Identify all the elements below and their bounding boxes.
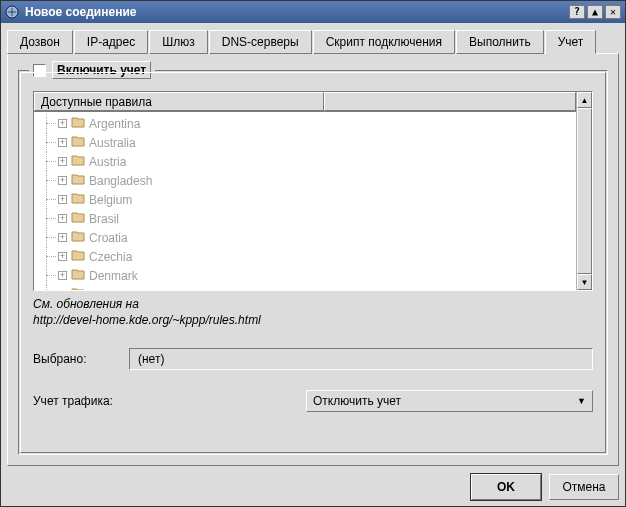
tab-page-accounting: Включить учет Доступные правила +Argenti… [7,53,619,466]
help-button[interactable]: ? [569,5,585,19]
tree-item[interactable]: +Belgium [40,190,576,209]
window-title: Новое соединение [25,5,567,19]
tree-item[interactable]: +Denmark [40,266,576,285]
folder-icon [71,135,85,150]
tree-item[interactable]: +Austria [40,152,576,171]
selected-label: Выбрано: [33,352,129,366]
folder-icon [71,211,85,226]
tab-dns[interactable]: DNS-серверы [209,30,312,54]
scroll-up-button[interactable]: ▲ [577,92,592,108]
selected-row: Выбрано: (нет) [33,348,593,370]
folder-icon [71,173,85,188]
dialog-window: Новое соединение ? ▲ ✕ Дозвон IP-адрес Ш… [0,0,626,507]
tree-item[interactable]: +Czechia [40,247,576,266]
titlebar[interactable]: Новое соединение ? ▲ ✕ [1,1,625,23]
list-header: Доступные правила [34,92,576,112]
folder-icon [71,249,85,264]
folder-icon [71,230,85,245]
expand-icon[interactable]: + [58,138,67,147]
list-header-rules[interactable]: Доступные правила [34,92,324,111]
chevron-down-icon: ▼ [577,396,586,406]
rules-tree[interactable]: +Argentina +Australia +Austria +Banglade… [34,112,576,290]
traffic-combo[interactable]: Отключить учет ▼ [306,390,593,412]
list-header-filler [324,92,576,111]
traffic-combo-value: Отключить учет [313,394,577,408]
close-button[interactable]: ✕ [605,5,621,19]
scroll-thumb[interactable] [577,108,592,274]
tab-dial[interactable]: Дозвон [7,30,73,54]
tree-item[interactable]: +Australia [40,133,576,152]
expand-icon[interactable]: + [58,214,67,223]
cancel-button[interactable]: Отмена [549,474,619,500]
tab-accounting[interactable]: Учет [545,30,597,54]
tab-bar: Дозвон IP-адрес Шлюз DNS-серверы Скрипт … [7,29,619,53]
ok-button[interactable]: OK [471,474,541,500]
expand-icon[interactable]: + [58,119,67,128]
scrollbar[interactable]: ▲ ▼ [576,92,592,290]
scroll-down-button[interactable]: ▼ [577,274,592,290]
selected-value: (нет) [129,348,593,370]
expand-icon[interactable]: + [58,176,67,185]
tab-ip[interactable]: IP-адрес [74,30,148,54]
tab-script[interactable]: Скрипт подключения [313,30,455,54]
scroll-track[interactable] [577,108,592,274]
traffic-label: Учет трафика: [33,394,306,408]
tree-item[interactable]: +Brasil [40,209,576,228]
expand-icon[interactable]: + [58,157,67,166]
tab-gateway[interactable]: Шлюз [149,30,208,54]
folder-icon [71,154,85,169]
hint-line2: http://devel-home.kde.org/~kppp/rules.ht… [33,313,593,329]
dialog-buttons: OK Отмена [7,466,619,500]
traffic-row: Учет трафика: Отключить учет ▼ [33,390,593,412]
folder-icon [71,268,85,283]
update-hint: См. обновления на http://devel-home.kde.… [33,297,593,328]
rules-listview: Доступные правила +Argentina +Australia … [33,91,593,291]
expand-icon[interactable]: + [58,233,67,242]
client-area: Дозвон IP-адрес Шлюз DNS-серверы Скрипт … [1,23,625,506]
tree-item[interactable]: +England [40,285,576,290]
expand-icon[interactable]: + [58,271,67,280]
expand-icon[interactable]: + [58,195,67,204]
tree-item[interactable]: +Argentina [40,114,576,133]
tab-execute[interactable]: Выполнить [456,30,544,54]
maximize-button[interactable]: ▲ [587,5,603,19]
tree-item[interactable]: +Croatia [40,228,576,247]
folder-icon [71,116,85,131]
app-icon [5,5,19,19]
accounting-groupbox: Включить учет Доступные правила +Argenti… [18,70,608,455]
hint-line1: См. обновления на [33,297,593,313]
tree-item[interactable]: +Bangladesh [40,171,576,190]
folder-icon [71,192,85,207]
folder-icon [71,287,85,290]
expand-icon[interactable]: + [58,252,67,261]
